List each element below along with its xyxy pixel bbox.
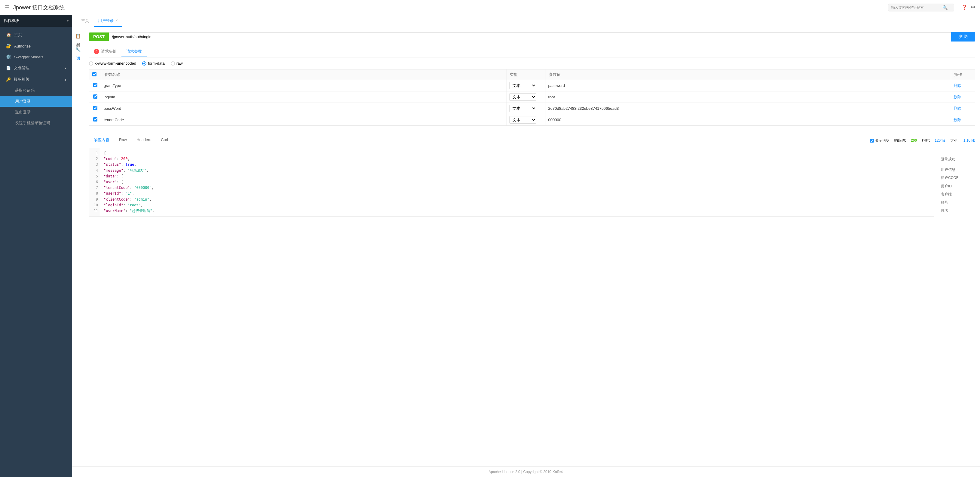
param-type-select-1[interactable]: 文本 文件: [509, 82, 536, 89]
sidebar-item-auth-label: 授权相关: [14, 77, 29, 82]
radio-urlencoded-dot: [89, 61, 93, 65]
col-name: 参数名称: [101, 69, 507, 80]
param-checkbox-1[interactable]: [93, 83, 97, 87]
sidebar-item-home-label: 主页: [14, 32, 22, 38]
sidebar-item-authorize[interactable]: 🔐 Authorize: [0, 41, 72, 51]
header-badge: 4: [94, 49, 99, 54]
param-checkbox-cell: [89, 103, 101, 114]
auth-related-icon: 🔑: [6, 77, 11, 82]
param-type-select-4[interactable]: 文本 文件: [509, 116, 536, 124]
param-type-select-3[interactable]: 文本 文件: [509, 105, 536, 112]
delete-button-4[interactable]: 删除: [953, 117, 961, 123]
show-desc-check[interactable]: 显示说明: [870, 138, 889, 143]
code-line: "loginId": "root",: [104, 203, 931, 208]
param-value-input-3[interactable]: [548, 106, 949, 111]
search-icon: 🔍: [942, 5, 948, 10]
method-badge: POST: [89, 32, 109, 41]
response-tab-group: 响应内容 Raw Headers Curl: [89, 136, 173, 145]
radio-raw[interactable]: raw: [171, 61, 183, 65]
delete-button-3[interactable]: 删除: [953, 106, 961, 111]
radio-form-data-dot: [142, 61, 146, 65]
param-checkbox-4[interactable]: [93, 117, 97, 121]
resp-tab-curl[interactable]: Curl: [156, 136, 173, 145]
help-icon[interactable]: ❓: [961, 5, 967, 10]
param-value-input-4[interactable]: [548, 118, 949, 122]
col-type: 类型: [506, 69, 546, 80]
auth-related-chevron-icon: ▴: [65, 78, 66, 81]
module-selector[interactable]: 授权模块 ▾: [0, 15, 72, 27]
desc-row: [940, 151, 975, 153]
resp-tab-content[interactable]: 响应内容: [89, 136, 114, 145]
lang-icon[interactable]: 中: [971, 5, 975, 10]
sidebar-sub-verify-code[interactable]: 获取验证码: [0, 85, 72, 96]
side-tab-doc[interactable]: 📋 文档: [73, 30, 83, 44]
send-button[interactable]: 发 送: [951, 32, 975, 41]
sidebar-item-auth-related[interactable]: 🔑 授权相关 ▴: [0, 74, 72, 85]
side-tab-test[interactable]: 🔧 调试: [73, 44, 83, 57]
sidebar-item-doc-manage[interactable]: 📄 文档管理 ▾: [0, 62, 72, 74]
param-type-cell: 文本 文件: [506, 103, 546, 114]
desc-label: [940, 164, 975, 166]
param-value-input-1[interactable]: [548, 83, 949, 88]
doc-manage-left: 📄 文档管理: [6, 65, 29, 71]
req-tab-header-label: 请求头部: [101, 49, 117, 54]
param-checkbox-2[interactable]: [93, 94, 97, 99]
delete-button-2[interactable]: 删除: [953, 94, 961, 100]
sidebar: 授权模块 ▾ 🏠 主页 🔐 Authorize ⚙️ Swagger Model…: [0, 15, 72, 477]
param-type-select-2[interactable]: 文本 文件: [509, 93, 536, 101]
param-name-cell: [101, 80, 507, 91]
menu-icon[interactable]: ☰: [5, 4, 10, 11]
param-value-input-2[interactable]: [548, 95, 949, 99]
radio-urlencoded[interactable]: x-www-form-urlencoded: [89, 61, 136, 65]
sidebar-item-home[interactable]: 🏠 主页: [0, 29, 72, 41]
api-url-input[interactable]: [109, 32, 951, 41]
req-tab-header[interactable]: 4 请求头部: [89, 46, 121, 57]
delete-button-1[interactable]: 删除: [953, 83, 961, 88]
param-name-input-4[interactable]: [104, 118, 504, 122]
resp-tab-headers[interactable]: Headers: [132, 136, 156, 145]
desc-table: 登录成功用户信息租户CODE用户ID客户端账号姓名: [939, 148, 975, 215]
code-line: "code": 200,: [104, 156, 931, 162]
resp-tab-raw[interactable]: Raw: [114, 136, 132, 145]
desc-label: [940, 148, 975, 150]
param-checkbox-3[interactable]: [93, 106, 97, 110]
sidebar-sub-logout[interactable]: 退出登录: [0, 107, 72, 118]
tab-close-icon[interactable]: ✕: [115, 19, 118, 22]
desc-row: 用户信息: [940, 166, 975, 174]
param-checkbox-cell: [89, 80, 101, 91]
api-url-bar: POST 发 送: [89, 32, 975, 41]
sidebar-sub-user-login[interactable]: 用户登录: [0, 96, 72, 107]
req-tab-params-label: 请求参数: [126, 49, 142, 54]
param-name-input-1[interactable]: [104, 83, 504, 88]
doc-test-panel: 📋 文档 🔧 调试 POST 发 送: [72, 27, 980, 466]
code-block: 1234567891011 {"code": 200,"status": tru…: [89, 148, 934, 217]
module-label: 授权模块: [3, 18, 19, 24]
module-chevron-icon: ▾: [67, 19, 68, 22]
param-name-input-2[interactable]: [104, 95, 504, 99]
req-tab-params[interactable]: 请求参数: [121, 46, 147, 57]
sidebar-sub-send-sms[interactable]: 发送手机登录验证码: [0, 118, 72, 128]
desc-label: 账号: [940, 199, 975, 206]
code-line: "tenantCode": "000000",: [104, 185, 931, 191]
table-row: 文本 文件 删除: [89, 114, 975, 126]
param-name-input-3[interactable]: [104, 106, 504, 111]
code-line: "userId": "1",: [104, 191, 931, 196]
content-area: 主页 用户登录 ✕ 📋 文档 🔧 调试: [72, 15, 980, 477]
param-action-cell: 删除: [951, 80, 975, 91]
code-line: "clientCode": "admin",: [104, 197, 931, 203]
col-action: 操作: [951, 69, 975, 80]
desc-row: 账号: [940, 199, 975, 206]
param-type-cell: 文本 文件: [506, 114, 546, 126]
sidebar-item-swagger-models[interactable]: ⚙️ Swagger Models: [0, 51, 72, 62]
select-all-checkbox[interactable]: [92, 72, 97, 77]
param-value-cell: [546, 114, 951, 126]
show-desc-checkbox[interactable]: [870, 139, 874, 142]
tab-home[interactable]: 主页: [77, 15, 93, 27]
radio-form-data[interactable]: form-data: [142, 61, 165, 65]
col-check: [89, 69, 101, 80]
search-input[interactable]: [891, 5, 942, 10]
tab-bar: 主页 用户登录 ✕: [72, 15, 980, 27]
response-section: 响应内容 Raw Headers Curl 显示说明 响应码: 200: [89, 132, 975, 217]
size-value: 1.16 kb: [964, 138, 975, 142]
tab-user-login[interactable]: 用户登录 ✕: [94, 15, 123, 27]
